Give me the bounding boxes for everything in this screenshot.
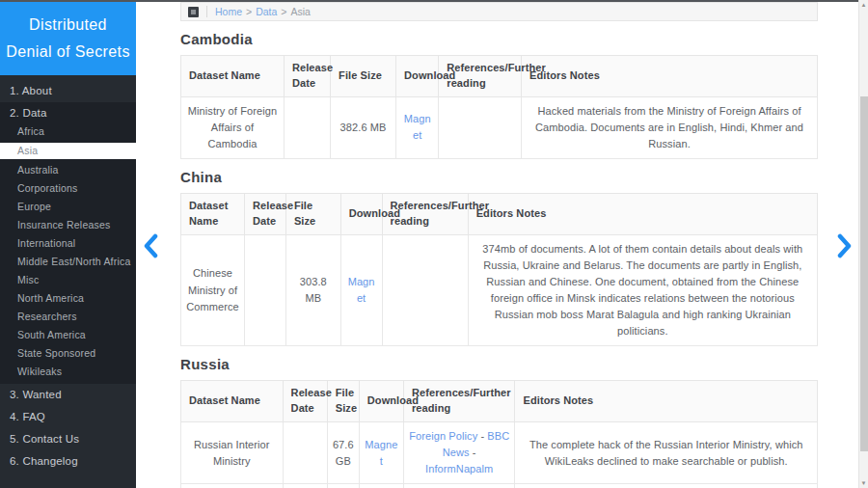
informnapalm-link[interactable]: InformNapalm [425,463,493,474]
column-header-dataset-name: Dataset Name [181,56,285,97]
sidebar-item-north-america[interactable]: North America [0,291,136,306]
column-header-download: Download [396,56,439,97]
table-header-row: Dataset NameRelease DateFile SizeDownloa… [181,56,818,97]
menu-icon-inner [191,10,196,14]
sidebar-item-2-data[interactable]: 2. Data [0,102,136,124]
download-cell: Magnet [359,422,403,484]
dataset-name-cell: Chinese Ministry of Commerce [181,234,245,345]
column-header-references-further-reading: References/Further reading [439,56,522,97]
magnet-link[interactable]: Magnet [365,439,397,467]
column-header-release-date: Release Date [283,381,327,422]
section-heading-cambodia: Cambodia [180,31,818,47]
release-date-cell [245,234,286,345]
page-top-border [0,0,868,2]
sidebar-item-6-changelog[interactable]: 6. Changelog [0,450,136,473]
file-size-cell: 303.8 MB [285,234,340,345]
sidebar-nav: 1. About2. DataAfricaAsiaAustraliaCorpor… [0,75,136,473]
file-size-cell: 382.6 MB [331,96,396,158]
breadcrumb-home-link[interactable]: Home [215,6,242,17]
column-header-references-further-reading: References/Further reading [382,194,468,235]
chevron-left-icon [142,233,161,258]
editors-notes-cell: The complete hack of the Russian Interio… [515,422,818,484]
column-header-file-size: File Size [327,381,359,422]
section-heading-russia: Russia [180,356,818,372]
breadcrumb-current: Asia [290,6,310,17]
dataset-name-cell: b0ltai [181,484,284,488]
column-header-release-date: Release Date [284,56,330,97]
magnet-link[interactable]: Magnet [404,113,431,141]
section-russia: RussiaDataset NameRelease DateFile SizeD… [180,356,818,488]
column-header-references-further-reading: References/Further reading [403,381,515,422]
sidebar-item-africa[interactable]: Africa [0,124,136,139]
sidebar-item-australia[interactable]: Australia [0,163,136,177]
column-header-download: Download [359,381,403,422]
sidebar-item-4-faq[interactable]: 4. FAQ [0,406,136,428]
scrollbar-thumb[interactable] [860,96,868,451]
scrollbar-up-arrow[interactable]: ▲ [859,0,868,10]
references-cell [439,96,522,158]
column-header-dataset-name: Dataset Name [181,381,284,422]
column-header-file-size: File Size [331,56,396,97]
table-row: Russian Interior Ministry67.6 GBMagnetFo… [181,422,818,484]
table-header-row: Dataset NameRelease DateFile SizeDownloa… [181,381,818,422]
sidebar-item-asia[interactable]: Asia [0,143,136,159]
sidebar: Distributed Denial of Secrets 1. About2.… [0,0,136,488]
sidebar-item-europe[interactable]: Europe [0,200,136,214]
scrollbar-down-arrow[interactable]: ▼ [859,478,868,488]
breadcrumb-separator: > [281,6,286,17]
site-title-line1: Distributed [0,12,136,39]
table-row: Chinese Ministry of Commerce303.8 MBMagn… [181,234,818,345]
sidebar-item-researchers[interactable]: Researchers [0,310,136,324]
column-header-file-size: File Size [285,194,340,235]
release-date-cell [284,96,330,158]
page-scrollbar[interactable]: ▲ ▼ [858,0,868,488]
chevron-right-icon [834,233,854,258]
section-heading-china: China [180,169,818,185]
sidebar-item-5-contact-us[interactable]: 5. Contact Us [0,428,136,450]
references-cell [382,234,468,345]
column-header-editors-notes: Editors Notes [515,381,818,422]
column-header-release-date: Release Date [245,194,286,235]
download-cell: Magnet [340,234,382,345]
editors-notes-cell: The majority of the b0ltai files, which … [515,484,818,488]
sidebar-item-1-about[interactable]: 1. About [0,80,136,102]
site-title: Distributed Denial of Secrets [0,2,136,75]
dataset-name-cell: Ministry of Foreign Affairs of Cambodia [181,96,285,158]
sidebar-item-international[interactable]: International [0,236,136,251]
sidebar-item-wikileaks[interactable]: Wikileaks [0,365,136,379]
sidebar-item-middle-east-north-africa[interactable]: Middle East/North Africa [0,255,136,269]
column-header-dataset-name: Dataset Name [181,194,245,235]
dataset-name-cell: Russian Interior Ministry [181,422,284,484]
dataset-table-china: Dataset NameRelease DateFile SizeDownloa… [180,193,818,346]
editors-notes-cell: Hacked materials from the Ministry of Fo… [522,96,818,158]
section-china: ChinaDataset NameRelease DateFile SizeDo… [180,169,818,346]
breadcrumb-data-link[interactable]: Data [256,6,277,17]
breadcrumb: Home > Data > Asia [180,2,818,21]
next-page-arrow[interactable] [833,232,854,259]
file-size-cell: 8.7 GB [327,484,359,488]
editors-notes-cell: 374mb of documents. A lot of them contai… [468,234,817,345]
file-size-cell: 67.6 GB [327,422,359,484]
column-header-download: Download [340,194,382,235]
breadcrumb-divider [206,6,207,17]
table-header-row: Dataset NameRelease DateFile SizeDownloa… [181,194,818,235]
sidebar-item-3-wanted[interactable]: 3. Wanted [0,384,136,406]
sidebar-expanded-group: 2. DataAfricaAsiaAustraliaCorporationsEu… [0,102,136,384]
sidebar-item-corporations[interactable]: Corporations [0,181,136,196]
foreign-policy-link[interactable]: Foreign Policy [409,430,477,442]
dataset-table-russia: Dataset NameRelease DateFile SizeDownloa… [180,380,818,488]
sidebar-item-insurance-releases[interactable]: Insurance Releases [0,218,136,232]
main-content: Home > Data > Asia CambodiaDataset NameR… [136,0,858,488]
dataset-table-cambodia: Dataset NameRelease DateFile SizeDownloa… [180,55,818,159]
sections: CambodiaDataset NameRelease DateFile Siz… [180,31,818,488]
sidebar-item-misc[interactable]: Misc [0,273,136,287]
magnet-link[interactable]: Magnet [348,276,375,304]
sidebar-item-state-sponsored[interactable]: State Sponsored [0,346,136,361]
download-cell: Magnet [396,96,439,158]
table-row: b0ltai8.7 GBMagnetThe majority of the b0… [181,484,818,488]
menu-icon[interactable] [188,7,199,17]
release-date-cell [283,422,327,484]
breadcrumb-separator: > [246,6,252,17]
sidebar-item-south-america[interactable]: South America [0,328,136,342]
prev-page-arrow[interactable] [141,232,162,259]
